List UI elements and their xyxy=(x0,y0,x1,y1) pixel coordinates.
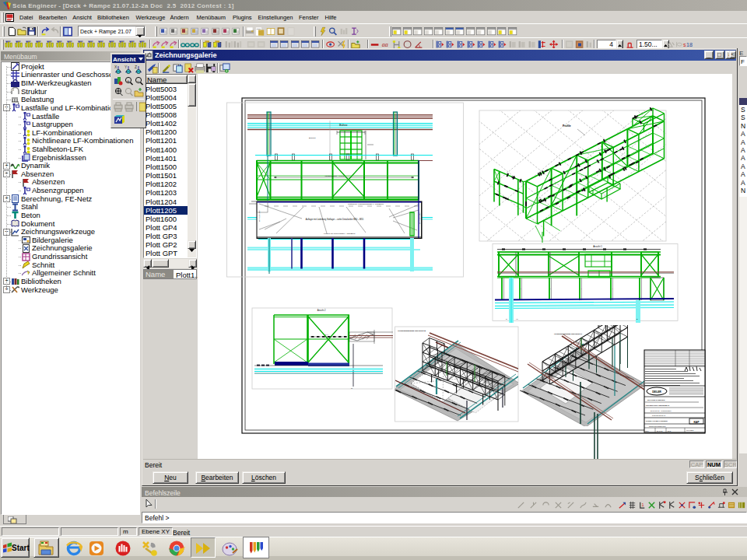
svg-text:Ansicht 2: Ansicht 2 xyxy=(317,309,326,312)
svg-text:Z: Z xyxy=(135,65,137,69)
svg-text:21.07.12: 21.07.12 xyxy=(657,430,662,432)
svg-text:Längsrichtung ~ 44,5 m: Längsrichtung ~ 44,5 m xyxy=(324,175,344,177)
svg-text:KAP: KAP xyxy=(693,421,700,424)
svg-text:KLEIN ACHIM PARTNER: KLEIN ACHIM PARTNER xyxy=(646,420,668,422)
svg-text:STAHLBAU DEILER: STAHLBAU DEILER xyxy=(647,399,665,401)
svg-text:Bracket: Bracket xyxy=(309,137,316,139)
svg-text:Index: Index xyxy=(645,430,649,432)
svg-text:Verbindungsraum Übersicht B: Verbindungsraum Übersicht B xyxy=(398,330,426,332)
svg-text:aa: aa xyxy=(382,41,388,48)
svg-text:I: I xyxy=(521,288,521,289)
svg-text:Verbindungsraum Übersicht C: Verbindungsraum Übersicht C xyxy=(554,333,582,335)
svg-text:18: 18 xyxy=(686,41,693,48)
svg-text:Deck mit 45° Verbindungen: Deck mit 45° Verbindungen xyxy=(651,410,672,411)
svg-text:Profile: Profile xyxy=(563,124,571,128)
svg-text:Auflager mit Lederberg Stellag: Auflager mit Lederberg Stellager – siehe… xyxy=(306,218,364,221)
svg-text:Plo-P1205: Plo-P1205 xyxy=(686,429,694,431)
svg-text:1: 1 xyxy=(641,502,644,507)
svg-text:DEILER: DEILER xyxy=(652,390,661,394)
svg-text:5 x I: 5 x I xyxy=(325,334,329,335)
svg-text:I: I xyxy=(550,288,551,289)
svg-text:+: + xyxy=(127,79,130,83)
svg-text:Bühne: Bühne xyxy=(339,124,347,127)
svg-text:−: − xyxy=(137,79,140,83)
svg-text:Ansicht 1: Ansicht 1 xyxy=(593,245,602,248)
svg-text:PROJEKT DGL.GERÜSTBAU: PROJEKT DGL.GERÜSTBAU xyxy=(646,404,669,406)
svg-text:Deck: Deck xyxy=(668,430,671,432)
svg-text:X: X xyxy=(114,65,117,69)
svg-text:M: M xyxy=(506,318,507,320)
svg-text:I.a: I.a xyxy=(516,318,518,320)
svg-text:schlab.obris stadtverwal.: schlab.obris stadtverwal. xyxy=(649,425,666,427)
svg-text:Y: Y xyxy=(124,65,128,69)
